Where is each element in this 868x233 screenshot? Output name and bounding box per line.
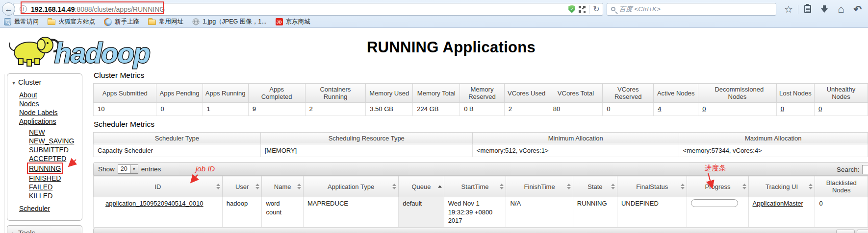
cluster-metrics-heading: Cluster Metrics [94, 71, 868, 80]
reload-icon[interactable] [593, 5, 599, 13]
col-scheduler-type: Scheduler Type [94, 132, 261, 144]
apps-completed-value: 9 [248, 103, 305, 116]
apps-pending-value: 0 [156, 103, 203, 116]
col-apps-pending: Apps Pending [156, 84, 203, 103]
tools-section-header[interactable]: Tools [7, 225, 82, 233]
sidebar-item-submitted[interactable]: SUBMITTED [29, 146, 82, 154]
most-visited-icon [4, 18, 11, 25]
sidebar-item-applications[interactable]: Applications [19, 117, 82, 125]
cluster-nav-box: Cluster About Nodes Node Labels Applicat… [7, 73, 82, 221]
bookmark-most-visited[interactable]: 最常访问 [4, 18, 39, 26]
cluster-section-header[interactable]: Cluster [7, 76, 82, 90]
folder-icon [148, 20, 156, 25]
home-icon[interactable] [834, 3, 848, 16]
scheduler-metrics-value-row: Capacity Scheduler [MEMORY] <memory:512,… [94, 144, 868, 157]
shield-icon[interactable] [568, 5, 575, 13]
app-blacklisted-cell: 0 [815, 197, 868, 228]
vcores-used-value: 2 [504, 103, 549, 116]
sort-icon [216, 184, 220, 189]
column-header-application-type[interactable]: Application Type [303, 176, 398, 197]
vcores-reserved-value: 0 [603, 103, 654, 116]
lost-nodes-value: 0 [776, 103, 814, 116]
app-id-link[interactable]: application_1509520940514_0010 [105, 200, 204, 207]
col-memory-used: Memory Used [366, 84, 413, 103]
tracking-ui-link[interactable]: ApplicationMaster [753, 200, 803, 207]
sort-icon [500, 184, 504, 189]
sidebar-item-finished[interactable]: FINISHED [29, 174, 82, 182]
bookmarks-menu-icon[interactable] [800, 3, 815, 16]
column-header-id[interactable]: ID [94, 176, 223, 197]
col-apps-running: Apps Running [203, 84, 248, 103]
download-icon[interactable] [817, 3, 832, 16]
table-search-input[interactable] [862, 165, 868, 174]
col-minimum-allocation: Minimum Allocation [472, 132, 679, 144]
divider [798, 5, 798, 14]
col-decommissioned-nodes: Decommissioned Nodes [698, 84, 777, 103]
apps-table-footer [93, 228, 868, 233]
restore-icon[interactable] [850, 3, 865, 16]
column-header-queue[interactable]: Queue [399, 176, 444, 197]
jd-icon: JD [276, 18, 283, 25]
pagination-button-prev[interactable] [836, 230, 855, 233]
bookmark-getting-started[interactable]: 新手上路 [104, 18, 139, 26]
bookmark-firefox-official[interactable]: 火狐官方站点 [48, 18, 95, 26]
pagination-button-next[interactable] [857, 230, 868, 233]
scheduler-metrics-heading: Scheduler Metrics [94, 120, 868, 129]
bookmark-jd[interactable]: JD 京东商城 [276, 18, 310, 26]
apps-table-toolbar: Show 20 entries Search: job ID 进度条 [93, 162, 868, 176]
search-placeholder: 百度 <Ctrl+K> [619, 5, 661, 14]
bookmark-star-icon[interactable] [781, 3, 796, 16]
main-content: Cluster Metrics Apps Submitted Apps Pend… [93, 71, 868, 233]
qr-code-icon[interactable] [579, 6, 586, 13]
cluster-metrics-header-row: Apps Submitted Apps Pending Apps Running… [94, 84, 868, 103]
app-state-cell: RUNNING [573, 197, 617, 228]
globe-icon [192, 18, 200, 25]
bookmark-jpeg-image[interactable]: 1.jpg（JPEG 图像，1... [192, 18, 267, 26]
sidebar-item-node-labels[interactable]: Node Labels [19, 109, 82, 116]
column-header-user[interactable]: User [222, 176, 262, 197]
annotation-progress-label: 进度条 [705, 163, 726, 173]
column-header-finalstatus[interactable]: FinalStatus [617, 176, 687, 197]
sidebar-item-scheduler[interactable]: Scheduler [19, 205, 82, 212]
col-vcores-total: VCores Total [549, 84, 603, 103]
sidebar-item-failed[interactable]: FAILED [29, 183, 82, 191]
column-header-name[interactable]: Name [262, 176, 303, 197]
chevron-down-icon[interactable] [130, 165, 138, 173]
sort-icon [567, 184, 571, 189]
application-row: application_1509520940514_0010 hadoop wo… [94, 197, 868, 228]
sidebar-item-about[interactable]: About [19, 91, 82, 99]
scheduler-metrics-table: Scheduler Type Scheduling Resource Type … [93, 132, 868, 158]
memory-reserved-value: 0 B [460, 103, 504, 116]
apps-submitted-value: 10 [94, 103, 156, 116]
apps-running-value: 1 [203, 103, 248, 116]
back-button[interactable] [2, 2, 15, 16]
sidebar-item-new[interactable]: NEW [29, 128, 82, 136]
app-finalstatus-cell: UNDEFINED [617, 197, 687, 228]
annotation-job-id-arrow [187, 174, 201, 186]
sidebar-item-nodes[interactable]: Nodes [19, 100, 82, 108]
sidebar-item-new-saving[interactable]: NEW_SAVING [29, 137, 82, 145]
decommissioned-nodes-value: 0 [698, 103, 777, 116]
sort-icon [809, 184, 813, 189]
col-vcores-reserved: VCores Reserved [603, 84, 654, 103]
show-label: Show [98, 165, 115, 173]
column-header-tracking-ui[interactable]: Tracking UI [748, 176, 815, 197]
app-queue-cell: default [399, 197, 444, 228]
col-memory-reserved: Memory Reserved [460, 84, 504, 103]
bookmark-common-sites[interactable]: 常用网址 [148, 18, 183, 26]
sidebar-item-running[interactable]: RUNNING [29, 164, 61, 172]
col-unhealthy-nodes: Unhealthy Nodes [814, 84, 868, 103]
sort-icon [611, 184, 615, 189]
page-left-border [4, 74, 4, 233]
column-header-finishtime[interactable]: FinishTime [506, 176, 573, 197]
search-box[interactable]: 百度 <Ctrl+K> [607, 3, 776, 16]
sort-icon [681, 184, 685, 189]
app-type-cell: MAPREDUCE [303, 197, 398, 228]
app-user-cell: hadoop [222, 197, 262, 228]
column-header-state[interactable]: State [573, 176, 617, 197]
cluster-metrics-value-row: 10 0 1 9 2 3.50 GB 224 GB 0 B 2 80 0 4 0… [94, 103, 868, 116]
page-size-select[interactable]: 20 [118, 164, 138, 174]
sidebar-item-killed[interactable]: KILLED [29, 192, 82, 200]
column-header-starttime[interactable]: StartTime [444, 176, 506, 197]
column-header-blacklisted-nodes[interactable]: Blacklisted Nodes [815, 176, 868, 197]
